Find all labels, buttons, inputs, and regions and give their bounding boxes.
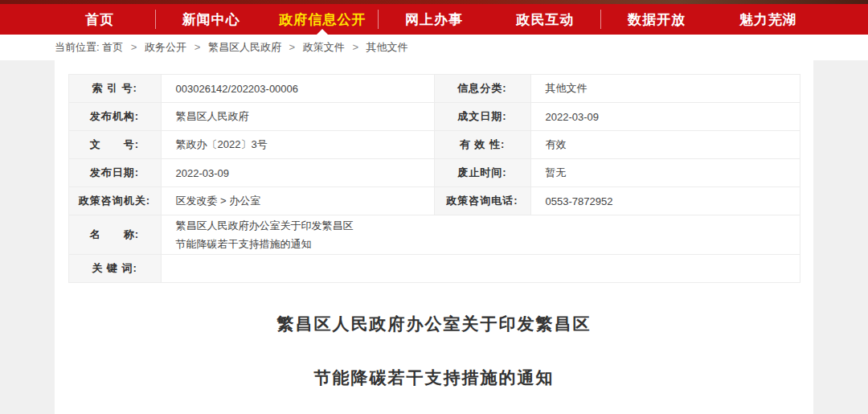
doc-name-line2: 节能降碳若干支持措施的通知: [176, 235, 785, 253]
breadcrumb-separator: >: [289, 41, 296, 53]
doc-name-value: 繁昌区人民政府办公室关于印发繁昌区 节能降碳若干支持措施的通知: [161, 215, 800, 255]
breadcrumb-bar: 当前位置: 首页 > 政务公开 > 繁昌区人民政府 > 政策文件 > 其他文件: [0, 35, 868, 60]
table-row: 发布机构: 繁昌区人民政府 成文日期: 2022-03-09: [68, 103, 800, 131]
table-row: 名 称: 繁昌区人民政府办公室关于印发繁昌区 节能降碳若干支持措施的通知: [68, 215, 800, 255]
page-title-line2: 节能降碳若干支持措施的通知: [55, 367, 813, 389]
nav-item-gov-info-disclosure[interactable]: 政府信息公开: [267, 4, 379, 35]
nav-item-open-data[interactable]: 数据开放: [601, 4, 713, 35]
breadcrumb-separator: >: [352, 41, 358, 53]
page: 首页 新闻中心 政府信息公开 网上办事 政民互动 数据开放 魅力芜湖 当前位置:…: [0, 0, 868, 414]
document-meta-table: 索 引 号: 003026142/202203-00006 信息分类: 其他文件…: [68, 74, 800, 283]
consult-phone-label: 政策咨询电话:: [434, 187, 530, 215]
breadcrumb-item-other-files[interactable]: 其他文件: [366, 41, 408, 53]
publish-date-label: 发布日期:: [68, 159, 161, 187]
nav-item-home[interactable]: 首页: [44, 4, 156, 35]
index-number-value: 003026142/202203-00006: [161, 75, 434, 103]
doc-name-line1: 繁昌区人民政府办公室关于印发繁昌区: [176, 216, 785, 235]
nav-item-online-services[interactable]: 网上办事: [379, 4, 490, 35]
repeal-date-value: 暂无: [530, 159, 800, 187]
table-row: 发布日期: 2022-03-09 废止时间: 暂无: [68, 159, 800, 187]
breadcrumb-item-home[interactable]: 首页: [102, 41, 123, 53]
written-date-value: 2022-03-09: [530, 103, 800, 131]
active-tab-caret: [317, 29, 328, 35]
breadcrumb-separator: >: [194, 41, 201, 53]
nav-item-news-center[interactable]: 新闻中心: [156, 4, 268, 35]
table-row: 文 号: 繁政办〔2022〕3号 有 效 性: 有效: [68, 131, 800, 159]
breadcrumb-item-fanchang-gov[interactable]: 繁昌区人民政府: [208, 41, 281, 53]
table-row: 索 引 号: 003026142/202203-00006 信息分类: 其他文件: [68, 75, 800, 103]
doc-number-value: 繁政办〔2022〕3号: [161, 131, 434, 159]
nav-item-label: 政府信息公开: [279, 10, 366, 29]
publish-date-value: 2022-03-09: [161, 159, 434, 187]
keywords-label: 关 键 词:: [68, 255, 161, 283]
index-number-label: 索 引 号:: [68, 75, 161, 103]
consult-agency-label: 政策咨询机关:: [68, 187, 161, 215]
breadcrumb: 当前位置: 首页 > 政务公开 > 繁昌区人民政府 > 政策文件 > 其他文件: [0, 35, 868, 60]
table-row: 关 键 词:: [68, 255, 800, 283]
doc-name-label: 名 称:: [68, 215, 161, 255]
info-category-value: 其他文件: [530, 75, 800, 103]
doc-number-label: 文 号:: [68, 131, 161, 159]
content-card: 索 引 号: 003026142/202203-00006 信息分类: 其他文件…: [55, 60, 813, 414]
nav-item-public-interaction[interactable]: 政民互动: [489, 4, 601, 35]
validity-value: 有效: [530, 131, 800, 159]
issuing-agency-label: 发布机构:: [68, 103, 161, 131]
breadcrumb-prefix: 当前位置:: [55, 41, 102, 53]
written-date-label: 成文日期:: [434, 103, 530, 131]
nav-items-container: 首页 新闻中心 政府信息公开 网上办事 政民互动 数据开放 魅力芜湖: [44, 4, 824, 35]
consult-agency-value: 区发改委 > 办公室: [161, 187, 434, 215]
info-category-label: 信息分类:: [434, 75, 530, 103]
breadcrumb-item-gov-open[interactable]: 政务公开: [145, 41, 186, 53]
table-row: 政策咨询机关: 区发改委 > 办公室 政策咨询电话: 0553-7872952: [68, 187, 800, 215]
main-navbar: 首页 新闻中心 政府信息公开 网上办事 政民互动 数据开放 魅力芜湖: [0, 4, 868, 35]
page-title-line1: 繁昌区人民政府办公室关于印发繁昌区: [55, 313, 813, 335]
validity-label: 有 效 性:: [434, 131, 530, 159]
issuing-agency-value: 繁昌区人民政府: [161, 103, 434, 131]
keywords-value: [161, 255, 800, 283]
breadcrumb-item-policy-files[interactable]: 政策文件: [303, 41, 345, 53]
repeal-date-label: 废止时间:: [434, 159, 530, 187]
breadcrumb-separator: >: [131, 41, 137, 53]
consult-phone-value: 0553-7872952: [530, 187, 800, 215]
nav-item-charming-wuhu[interactable]: 魅力芜湖: [712, 4, 824, 35]
